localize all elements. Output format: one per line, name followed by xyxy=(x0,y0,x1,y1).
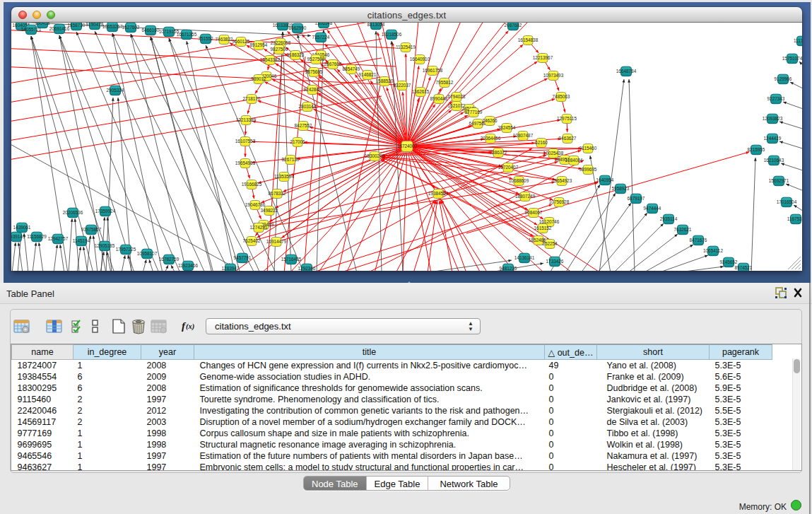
svg-text:7625402: 7625402 xyxy=(243,238,261,243)
svg-text:12975115: 12975115 xyxy=(557,116,577,121)
svg-text:1145194: 1145194 xyxy=(73,238,90,243)
svg-text:19654923: 19654923 xyxy=(552,178,572,183)
svg-text:12905185: 12905185 xyxy=(95,243,115,248)
svg-text:8471676: 8471676 xyxy=(690,238,707,243)
svg-text:16543382: 16543382 xyxy=(260,57,281,62)
svg-text:1858730: 1858730 xyxy=(68,23,86,28)
svg-text:15751074: 15751074 xyxy=(782,56,802,61)
svg-text:9190478: 9190478 xyxy=(86,23,104,27)
svg-text:18300295: 18300295 xyxy=(365,153,385,158)
svg-text:16782759: 16782759 xyxy=(159,257,180,262)
svg-text:16914479: 16914479 xyxy=(266,239,287,244)
svg-text:1615152: 1615152 xyxy=(534,226,552,230)
svg-text:6879197: 6879197 xyxy=(628,196,645,201)
svg-text:5958923: 5958923 xyxy=(612,186,630,191)
svg-text:8974521: 8974521 xyxy=(735,265,753,270)
svg-text:6794028: 6794028 xyxy=(448,94,466,99)
svg-text:10653267: 10653267 xyxy=(102,24,123,29)
svg-text:3824554: 3824554 xyxy=(498,125,516,130)
svg-text:12093823: 12093823 xyxy=(763,116,783,121)
svg-text:9777169: 9777169 xyxy=(465,110,483,115)
svg-text:7463822: 7463822 xyxy=(216,37,233,42)
svg-text:9660125: 9660125 xyxy=(233,39,250,44)
svg-text:9474444: 9474444 xyxy=(644,206,661,211)
svg-text:12213967: 12213967 xyxy=(533,55,553,60)
svg-text:18807249: 18807249 xyxy=(515,194,536,199)
svg-text:1292346: 1292346 xyxy=(298,266,316,271)
svg-text:9227343: 9227343 xyxy=(767,96,785,101)
svg-text:15720407: 15720407 xyxy=(498,165,519,170)
svg-text:2867608: 2867608 xyxy=(324,62,342,66)
svg-text:10973493: 10973493 xyxy=(543,73,564,78)
svg-text:8912954: 8912954 xyxy=(250,42,268,47)
svg-text:2718170: 2718170 xyxy=(243,96,261,101)
svg-text:10756928: 10756928 xyxy=(549,199,570,204)
svg-text:3498222: 3498222 xyxy=(261,208,278,213)
svg-text:1084084: 1084084 xyxy=(565,158,583,163)
svg-text:11923466: 11923466 xyxy=(178,263,198,268)
svg-text:16671355: 16671355 xyxy=(177,32,197,37)
svg-text:19166825: 19166825 xyxy=(242,182,262,187)
svg-text:9827500: 9827500 xyxy=(271,47,288,52)
svg-text:14136141: 14136141 xyxy=(514,255,535,260)
svg-text:1306548: 1306548 xyxy=(315,23,333,25)
svg-text:20691416: 20691416 xyxy=(49,26,70,31)
svg-text:10688609: 10688609 xyxy=(509,178,529,183)
svg-text:8990448: 8990448 xyxy=(430,96,448,101)
svg-text:12213389: 12213389 xyxy=(236,117,257,122)
svg-text:8427552: 8427552 xyxy=(295,123,312,128)
svg-text:7955812: 7955812 xyxy=(436,80,454,85)
svg-text:17016504: 17016504 xyxy=(777,199,797,204)
svg-text:11353594: 11353594 xyxy=(274,174,294,179)
svg-text:6466160: 6466160 xyxy=(142,28,160,33)
svg-text:10025438: 10025438 xyxy=(543,151,564,156)
svg-text:1588520: 1588520 xyxy=(376,78,394,83)
svg-text:8813054: 8813054 xyxy=(367,23,385,27)
svg-text:17359924: 17359924 xyxy=(95,209,116,214)
svg-text:7357224: 7357224 xyxy=(312,35,330,40)
svg-text:10958107: 10958107 xyxy=(137,251,158,256)
svg-text:8678332: 8678332 xyxy=(269,191,286,196)
svg-text:1939149: 1939149 xyxy=(11,234,25,239)
svg-text:9242848: 9242848 xyxy=(304,87,322,92)
svg-text:9527508: 9527508 xyxy=(307,57,325,62)
svg-text:746266: 746266 xyxy=(482,118,498,123)
svg-text:9245652: 9245652 xyxy=(720,259,738,264)
svg-text:12942757: 12942757 xyxy=(48,236,69,241)
svg-text:15716485: 15716485 xyxy=(281,257,302,262)
svg-text:16154838: 16154838 xyxy=(518,37,539,42)
svg-text:989012: 989012 xyxy=(251,76,266,81)
svg-text:19654985: 19654985 xyxy=(235,160,256,165)
svg-text:1283947: 1283947 xyxy=(222,266,240,271)
svg-text:217006: 217006 xyxy=(290,139,305,144)
svg-text:7632621: 7632621 xyxy=(674,227,692,232)
svg-text:751552: 751552 xyxy=(198,36,213,41)
svg-text:8215955: 8215955 xyxy=(748,147,765,152)
svg-text:11156829: 11156829 xyxy=(27,234,47,239)
svg-text:15692971: 15692971 xyxy=(769,178,789,183)
svg-text:18724007: 18724007 xyxy=(397,144,418,148)
svg-text:1167533: 1167533 xyxy=(787,216,802,221)
svg-text:19046786: 19046786 xyxy=(245,202,266,207)
svg-text:16961758: 16961758 xyxy=(423,68,443,73)
svg-text:20364456: 20364456 xyxy=(481,136,501,141)
svg-text:8186323: 8186323 xyxy=(287,52,305,57)
svg-text:16107553: 16107553 xyxy=(235,139,256,144)
svg-text:(x): (x) xyxy=(186,322,194,331)
svg-text:19384554: 19384554 xyxy=(428,191,449,196)
svg-text:9457791: 9457791 xyxy=(234,255,252,260)
svg-text:62160: 62160 xyxy=(535,140,548,145)
svg-text:9481235: 9481235 xyxy=(500,266,517,271)
svg-text:9129966: 9129966 xyxy=(775,76,792,81)
svg-text:2905334: 2905334 xyxy=(107,88,124,93)
svg-text:93975867: 93975867 xyxy=(81,227,102,232)
svg-text:8662990: 8662990 xyxy=(289,25,307,30)
svg-text:9463627: 9463627 xyxy=(559,136,577,141)
svg-text:8267130: 8267130 xyxy=(282,157,300,162)
svg-text:16640910: 16640910 xyxy=(410,57,430,62)
svg-text:1117534: 1117534 xyxy=(794,38,802,43)
svg-text:9875685: 9875685 xyxy=(305,69,323,74)
svg-text:1244419: 1244419 xyxy=(764,136,782,141)
svg-text:1733426: 1733426 xyxy=(546,259,564,264)
svg-text:190418: 190418 xyxy=(35,23,50,25)
